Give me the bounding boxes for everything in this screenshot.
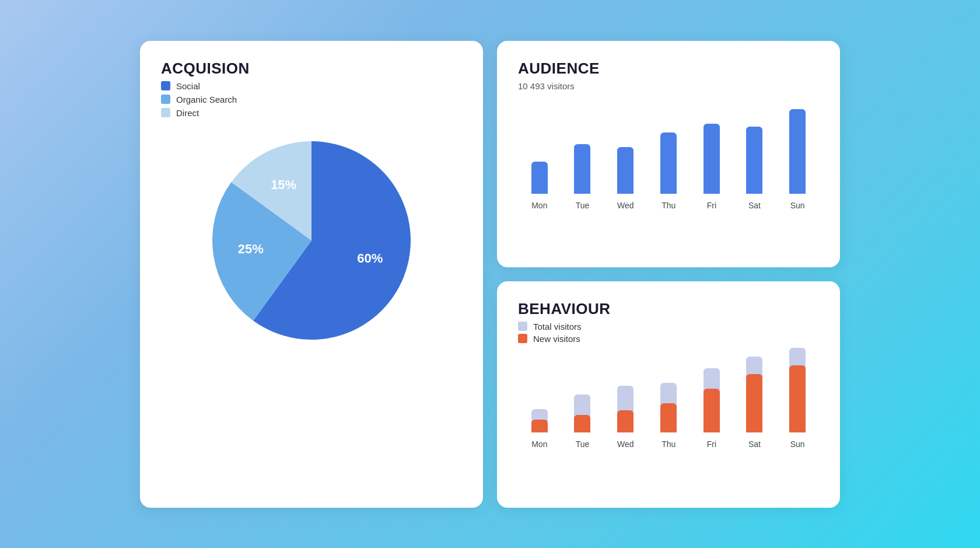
bar-day-label: Wed xyxy=(617,201,634,210)
legend-label: Direct xyxy=(176,108,199,118)
dual-bars-wrapper xyxy=(704,368,720,432)
behaviour-bar-chart: MonTueWedThuFriSatSun xyxy=(518,355,819,449)
behaviour-legend-item: New visitors xyxy=(518,334,819,344)
behaviour-card: BEHAVIOUR Total visitorsNew visitors Mon… xyxy=(497,281,840,508)
behaviour-legend-dot xyxy=(518,322,527,331)
bar-day-label: Mon xyxy=(531,201,547,210)
audience-bar xyxy=(574,144,590,194)
bar-group: Fri xyxy=(704,124,720,210)
behaviour-bar-label: Thu xyxy=(662,439,676,449)
legend-label: Organic Search xyxy=(176,95,237,104)
bar-group: Sun xyxy=(789,109,806,210)
total-bar xyxy=(704,368,720,432)
dual-bars-wrapper xyxy=(574,395,590,432)
total-bar xyxy=(746,357,762,432)
bar-group: Wed xyxy=(617,147,634,210)
behaviour-legend-label: New visitors xyxy=(533,334,580,344)
dual-bar-group: Fri xyxy=(704,368,720,449)
legend-item: Organic Search xyxy=(161,95,462,104)
behaviour-bar-label: Tue xyxy=(576,439,590,449)
pie-chart: 60%25%15% xyxy=(201,130,422,351)
legend-label: Social xyxy=(176,81,200,91)
dual-bars-wrapper xyxy=(789,348,806,432)
pie-label: 60% xyxy=(357,251,383,266)
audience-bar xyxy=(531,162,548,194)
total-bar xyxy=(574,395,590,432)
dual-bar-group: Thu xyxy=(660,383,677,449)
new-bar xyxy=(617,410,634,432)
dashboard: AUDIENCE 10 493 visitors MonTueWedThuFri… xyxy=(140,41,840,508)
bar-day-label: Thu xyxy=(662,201,676,210)
dual-bars-wrapper xyxy=(617,386,634,432)
behaviour-legend-dot xyxy=(518,334,527,343)
behaviour-bar-label: Sun xyxy=(790,439,805,449)
pie-label: 15% xyxy=(271,177,296,191)
dual-bar-group: Sun xyxy=(789,348,806,449)
bar-day-label: Sun xyxy=(790,201,805,210)
behaviour-bar-label: Fri xyxy=(707,439,716,449)
legend-item: Social xyxy=(161,81,462,91)
dual-bar-group: Sat xyxy=(746,357,762,449)
audience-bar xyxy=(660,132,677,194)
audience-card: AUDIENCE 10 493 visitors MonTueWedThuFri… xyxy=(497,41,840,267)
new-bar xyxy=(574,415,590,432)
bar-group: Tue xyxy=(574,144,590,210)
dual-bars-wrapper xyxy=(746,357,762,432)
total-bar xyxy=(789,348,806,432)
bar-group: Thu xyxy=(660,132,677,210)
audience-bar-chart: MonTueWedThuFriSatSun xyxy=(518,105,819,210)
bar-group: Mon xyxy=(531,162,548,210)
legend-color-dot xyxy=(161,95,170,104)
dual-bar-group: Wed xyxy=(617,386,634,449)
total-bar xyxy=(531,409,548,432)
bar-group: Sat xyxy=(746,127,762,210)
audience-bar xyxy=(617,147,634,194)
audience-bar xyxy=(789,109,806,194)
pie-label: 25% xyxy=(238,242,264,256)
audience-subtitle: 10 493 visitors xyxy=(518,81,819,91)
bar-day-label: Sat xyxy=(748,201,761,210)
acquision-card: ACQUISION SocialOrganic SearchDirect 60%… xyxy=(140,41,483,508)
dual-bar-group: Mon xyxy=(531,409,548,449)
behaviour-bar-label: Mon xyxy=(531,439,547,449)
bar-day-label: Tue xyxy=(576,201,590,210)
pie-chart-container: 60%25%15% xyxy=(161,130,462,351)
behaviour-bar-label: Sat xyxy=(748,439,761,449)
dual-bars-wrapper xyxy=(531,409,548,432)
new-bar xyxy=(746,374,762,432)
new-bar xyxy=(789,365,806,432)
audience-title: AUDIENCE xyxy=(518,60,819,78)
new-bar xyxy=(531,420,548,432)
dual-bars-wrapper xyxy=(660,383,677,432)
bar-day-label: Fri xyxy=(707,201,716,210)
total-bar xyxy=(617,386,634,432)
acquision-title: ACQUISION xyxy=(161,60,462,78)
behaviour-title: BEHAVIOUR xyxy=(518,300,819,318)
acquision-legend: SocialOrganic SearchDirect xyxy=(161,81,462,118)
audience-bar xyxy=(704,124,720,194)
legend-color-dot xyxy=(161,108,170,117)
new-bar xyxy=(660,403,677,432)
dual-bar-group: Tue xyxy=(574,395,590,449)
total-bar xyxy=(660,383,677,432)
behaviour-legend-label: Total visitors xyxy=(533,322,582,331)
new-bar xyxy=(704,389,720,432)
behaviour-bar-label: Wed xyxy=(617,439,634,449)
legend-color-dot xyxy=(161,81,170,90)
legend-item: Direct xyxy=(161,108,462,118)
behaviour-legend: Total visitorsNew visitors xyxy=(518,322,819,344)
behaviour-legend-item: Total visitors xyxy=(518,322,819,331)
audience-bar xyxy=(746,127,762,194)
